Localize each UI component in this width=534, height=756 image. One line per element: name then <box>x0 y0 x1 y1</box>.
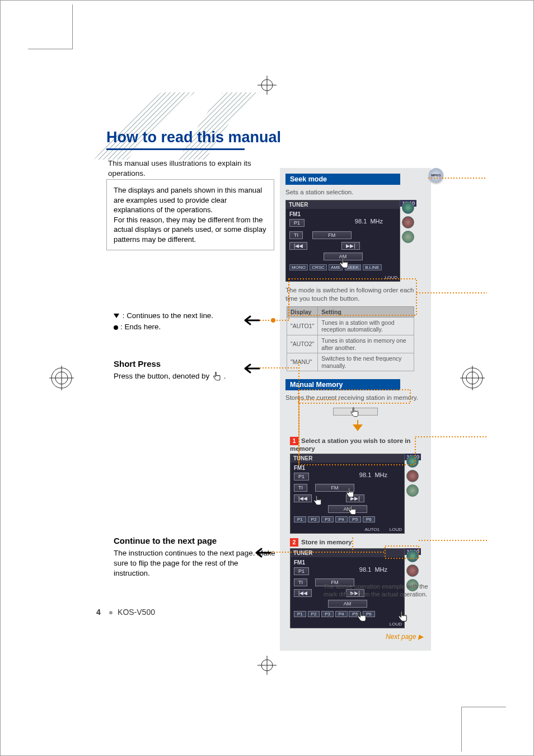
status-loud: LOUD <box>286 275 400 281</box>
side-icons <box>402 202 415 245</box>
page-number: 4 <box>96 608 101 617</box>
seek-mode-heading: Seek mode <box>285 174 400 185</box>
side-icon <box>402 216 414 228</box>
bullet-icon <box>114 325 118 330</box>
manual-memory-heading: Manual Memory <box>285 379 400 390</box>
crop-mark-top-left <box>28 4 73 49</box>
tuner-titlebar: TUNER <box>291 454 404 463</box>
footnote: The above operation example with the mar… <box>324 582 435 599</box>
example-panel: Seek mode MPEG Sets a station selection.… <box>280 168 431 651</box>
next-button[interactable]: ▶▶| <box>341 242 359 250</box>
mpeg-badge-icon: MPEG <box>429 168 443 183</box>
preset-button[interactable]: P1 <box>289 219 305 227</box>
seek-mode-table: DisplaySetting "AUTO1"Tunes in a station… <box>287 306 414 372</box>
hand-pointer-icon <box>355 610 368 624</box>
step1: 1Select a station you wish to store in m… <box>290 437 425 452</box>
tuner-screenshot-seek: 10:10 TUNER FM1 98.1 MHz P1 TI FM |◀◀ ▶▶… <box>285 200 400 282</box>
callout-arrow-icon <box>243 363 260 374</box>
step1-label: Select a station you wish to store in me… <box>290 437 411 452</box>
arrow-down-icon <box>352 420 363 435</box>
td-display: "MANU" <box>287 353 318 371</box>
disclaimer-box: The displays and panels shown in this ma… <box>106 179 274 250</box>
step2: 2Store in memory <box>290 538 425 547</box>
registration-mark-left <box>49 366 74 390</box>
td-setting: Switches to the next frequency manually. <box>318 353 414 371</box>
registration-mark-right <box>460 366 485 390</box>
mode-switch-text: The mode is switched in following order … <box>285 286 425 303</box>
prev-button[interactable]: |◀◀ <box>289 242 307 250</box>
band-label: FM1 <box>294 465 305 471</box>
td-display: "AUTO1" <box>287 317 318 335</box>
ends-here-text: : Ends here. <box>120 323 161 331</box>
continue-body: The instruction continues to the next pa… <box>114 548 276 578</box>
continues-line-text: : Continues to the next line. <box>123 311 213 320</box>
side-icon <box>402 202 414 214</box>
hand-pointer-icon <box>312 495 323 507</box>
crsc-button[interactable]: CRSC <box>310 264 327 270</box>
freq-unit: MHz <box>370 218 383 225</box>
callout-arrow-icon <box>243 315 260 326</box>
freq-value: 98.1 <box>355 218 367 225</box>
title-underline <box>106 148 245 150</box>
short-press-suffix: . <box>224 372 226 380</box>
page-title: How to read this manual <box>106 129 281 146</box>
next-page-label: Next page ▶ <box>285 633 423 641</box>
model-label: KOS-V500 <box>118 608 155 617</box>
band-label: FM1 <box>289 211 301 217</box>
short-press-prefix: Press the button, denoted by <box>114 372 212 380</box>
triangle-down-icon <box>114 314 119 318</box>
td-setting: Tunes in stations in memory one after an… <box>318 335 414 353</box>
tuner-titlebar: TUNER <box>286 200 400 209</box>
callout-arrow-icon <box>255 547 271 558</box>
mini-diagram <box>322 405 389 433</box>
hand-pointer-icon <box>212 372 224 380</box>
continue-heading: Continue to the next page <box>114 535 276 547</box>
hand-pointer-icon <box>344 487 355 500</box>
hand-pointer-icon <box>349 407 360 419</box>
manual-memory-desc: Stores the current receiving station in … <box>285 394 425 402</box>
disclaimer-text: The displays and panels shown in this ma… <box>114 186 266 244</box>
intro-text: This manual uses illustrations to explai… <box>108 158 265 179</box>
continue-note: Continue to the next page The instructio… <box>114 535 276 579</box>
ti-button[interactable]: TI <box>289 231 303 239</box>
td-display: "AUTO2" <box>287 335 318 353</box>
side-icon <box>402 231 414 243</box>
fm-button[interactable]: FM <box>312 231 352 239</box>
td-setting: Tunes in a station with good reception a… <box>318 317 414 335</box>
hand-pointer-icon <box>338 257 350 270</box>
registration-mark-bottom <box>257 656 277 675</box>
registration-mark-top <box>257 76 277 95</box>
page-footer: 4 ● KOS-V500 <box>96 608 155 617</box>
step2-label: Store in memory <box>301 539 352 545</box>
crop-mark-bottom-right <box>461 707 506 752</box>
hand-pointer-icon <box>346 505 358 517</box>
tuner-screenshot-step1: 10:10 TUNER FM1 98.1 MHz P1 TI FM |◀◀ ▶▶… <box>290 454 405 534</box>
bline-button[interactable]: B.LINE <box>363 264 381 270</box>
th-display: Display <box>287 306 318 317</box>
tuner-titlebar: TUNER <box>291 549 404 557</box>
seek-desc: Sets a station selection. <box>285 188 425 197</box>
mono-button[interactable]: MONO <box>289 264 308 270</box>
hand-pointer-icon <box>396 610 409 624</box>
th-setting: Setting <box>318 306 414 317</box>
